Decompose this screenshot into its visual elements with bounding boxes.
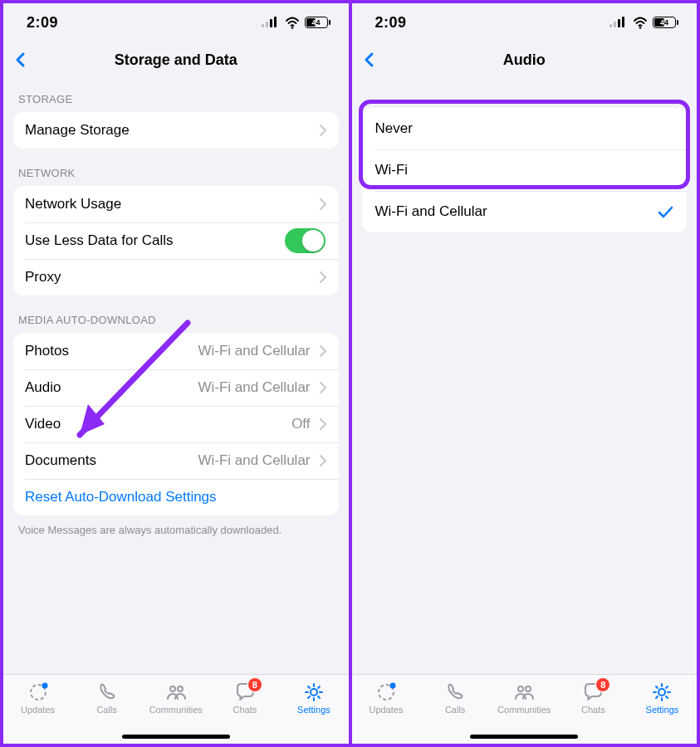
row-manage-storage[interactable]: Manage Storage <box>13 112 339 149</box>
row-less-data: Use Less Data for Calls <box>13 222 339 259</box>
row-value: Off <box>291 416 310 432</box>
tab-chats[interactable]: 8 Chats <box>210 675 279 729</box>
settings-icon <box>302 681 326 703</box>
row-label: Manage Storage <box>25 122 130 139</box>
tab-label: Settings <box>646 705 679 715</box>
row-label: Audio <box>25 379 61 396</box>
tab-bar: Updates Calls Communities 8 Chats Settin… <box>352 674 698 744</box>
tab-label: Settings <box>297 705 330 715</box>
row-documents[interactable]: Documents Wi-Fi and Cellular <box>13 442 339 479</box>
toggle-less-data[interactable] <box>285 228 326 253</box>
row-value: Wi-Fi and Cellular <box>198 452 310 469</box>
back-button[interactable] <box>13 51 27 68</box>
row-audio[interactable]: Audio Wi-Fi and Cellular <box>13 369 339 406</box>
communities-icon <box>164 681 188 703</box>
row-photos[interactable]: Photos Wi-Fi and Cellular <box>13 333 339 369</box>
tab-communities[interactable]: Communities <box>141 675 210 729</box>
clock: 2:09 <box>27 14 58 32</box>
calls-icon <box>443 681 467 703</box>
row-reset-autodownload[interactable]: Reset Auto-Download Settings <box>13 479 339 515</box>
row-label: Video <box>25 416 61 432</box>
clock: 2:09 <box>375 14 407 32</box>
cellular-icon <box>262 17 280 28</box>
back-button[interactable] <box>362 51 375 68</box>
title-bar: Audio <box>352 42 698 78</box>
tab-settings[interactable]: Settings <box>279 675 348 729</box>
row-value: Wi-Fi and Cellular <box>198 343 310 359</box>
chats-badge: 8 <box>248 678 262 691</box>
page-title: Storage and Data <box>115 51 237 69</box>
row-label: Network Usage <box>25 196 121 212</box>
battery-icon: 44 <box>305 17 330 28</box>
tab-label: Calls <box>96 705 116 715</box>
option-label: Never <box>375 120 674 137</box>
tab-bar: Updates Calls Communities 8 Chats Settin… <box>3 674 349 744</box>
row-label: Documents <box>25 452 96 469</box>
updates-icon <box>27 681 50 703</box>
row-label: Proxy <box>25 269 61 286</box>
section-header-storage: STORAGE <box>3 78 349 112</box>
scroll-content: Never Wi-Fi Wi-Fi and Cellular <box>352 78 698 674</box>
row-video[interactable]: Video Off <box>13 406 339 442</box>
battery-icon: 44 <box>653 17 678 28</box>
tab-chats[interactable]: 8 Chats <box>559 675 628 729</box>
wifi-icon <box>633 16 648 29</box>
tab-updates[interactable]: Updates <box>352 675 421 729</box>
scroll-content: STORAGE Manage Storage NETWORK Network U… <box>3 78 349 674</box>
row-proxy[interactable]: Proxy <box>13 259 339 295</box>
settings-icon <box>650 681 673 703</box>
status-bar: 2:09 44 <box>3 3 349 42</box>
updates-icon <box>374 681 398 703</box>
link-label: Reset Auto-Download Settings <box>25 489 217 505</box>
media-footer-note: Voice Messages are always automatically … <box>3 515 349 536</box>
chevron-right-icon <box>319 381 327 394</box>
chevron-right-icon <box>319 417 327 431</box>
status-indicators: 44 <box>262 16 330 29</box>
tab-label: Updates <box>21 705 55 715</box>
status-bar: 2:09 44 <box>352 3 698 42</box>
row-value: Wi-Fi and Cellular <box>198 379 310 396</box>
option-label: Wi-Fi <box>375 162 674 178</box>
section-header-network: NETWORK <box>3 149 349 186</box>
title-bar: Storage and Data <box>3 42 349 78</box>
tab-label: Communities <box>497 705 551 715</box>
option-never[interactable]: Never <box>362 108 688 149</box>
chevron-right-icon <box>319 198 327 211</box>
home-indicator <box>122 735 230 739</box>
page-title: Audio <box>503 51 546 69</box>
chevron-left-icon <box>13 51 27 68</box>
group-media: Photos Wi-Fi and Cellular Audio Wi-Fi an… <box>13 333 339 515</box>
screen-storage-and-data: 2:09 44 Storage and Data STORAGE Manage … <box>0 0 350 747</box>
chevron-right-icon <box>319 454 327 467</box>
communities-icon <box>512 681 536 703</box>
section-header-media: MEDIA AUTO-DOWNLOAD <box>3 295 349 333</box>
tab-calls[interactable]: Calls <box>421 675 490 729</box>
cellular-icon <box>609 17 628 28</box>
tab-label: Chats <box>581 705 605 715</box>
tab-communities[interactable]: Communities <box>490 675 559 729</box>
chats-badge: 8 <box>596 678 609 691</box>
tab-settings[interactable]: Settings <box>628 675 697 729</box>
group-network: Network Usage Use Less Data for Calls Pr… <box>13 186 339 295</box>
option-wifi[interactable]: Wi-Fi <box>362 149 688 191</box>
chevron-left-icon <box>362 51 375 68</box>
wifi-icon <box>285 16 300 29</box>
row-label: Photos <box>25 343 69 359</box>
chevron-right-icon <box>319 124 327 137</box>
row-network-usage[interactable]: Network Usage <box>13 186 339 222</box>
calls-icon <box>95 681 119 703</box>
status-indicators: 44 <box>609 16 678 29</box>
tab-updates[interactable]: Updates <box>3 675 72 729</box>
tab-label: Communities <box>149 705 203 715</box>
check-icon <box>658 205 673 218</box>
option-wifi-cellular[interactable]: Wi-Fi and Cellular <box>362 191 688 232</box>
tab-calls[interactable]: Calls <box>72 675 141 729</box>
group-audio-options: Never Wi-Fi Wi-Fi and Cellular <box>362 108 688 232</box>
chevron-right-icon <box>319 271 327 284</box>
screen-audio: 2:09 44 Audio Never Wi-Fi Wi-Fi and Cell… <box>350 0 701 747</box>
group-storage: Manage Storage <box>13 112 339 149</box>
home-indicator <box>470 735 578 739</box>
chevron-right-icon <box>319 344 327 358</box>
row-label: Use Less Data for Calls <box>25 232 174 249</box>
tab-label: Updates <box>370 705 404 715</box>
